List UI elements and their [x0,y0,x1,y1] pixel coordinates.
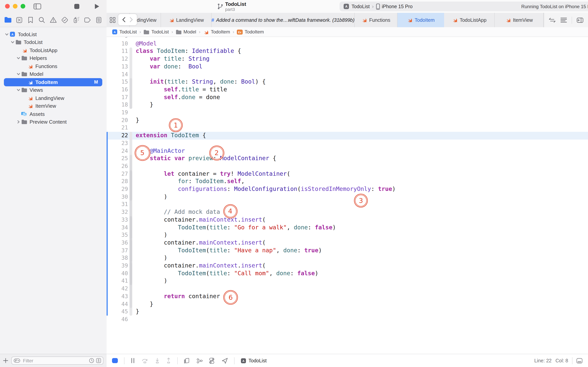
disclosure-closed-icon[interactable] [16,120,21,124]
sidebar-item-functions[interactable]: Functions [0,62,107,70]
code-line-38[interactable]: 38 ) [107,254,588,262]
code-line-24[interactable]: 24 @MainActor [107,147,588,155]
disclosure-open-icon[interactable] [16,88,21,92]
bookmarks-navigator-icon[interactable] [27,16,34,24]
code-line-14[interactable]: 14 [107,71,588,78]
code-line-29[interactable]: 29 configurations: ModelConfiguration(is… [107,185,588,193]
reports-navigator-icon[interactable] [95,16,103,24]
editor-overview-icon[interactable] [110,17,116,23]
code-line-39[interactable]: 39 container.mainContext.insert( [107,262,588,270]
code-line-36[interactable]: 36 container.mainContext.insert( [107,239,588,247]
sidebar-item-itemview[interactable]: ItemView [0,102,107,110]
breadcrumb-item-todolist[interactable]: ATodoList [112,29,137,35]
code-line-34[interactable]: 34 TodoItem(title: "Go for a walk", done… [107,224,588,231]
code-line-15[interactable]: 15 init(title: String, done: Bool) { [107,78,588,86]
code-line-12[interactable]: 12 var title: String [107,55,588,63]
debug-view-hierarchy-button[interactable] [184,358,190,364]
tab-landingview[interactable]: LandingView [161,13,211,27]
code-line-22[interactable]: 22extension TodoItem { [107,132,588,139]
sidebar-item-assets[interactable]: Assets [0,110,107,118]
filter-field[interactable] [11,357,103,365]
project-navigator-navigator-icon[interactable] [4,16,12,24]
code-line-45[interactable]: 45} [107,308,588,316]
breadcrumb-item-todoitem[interactable]: ExTodoItem [237,29,264,35]
tab-itemview[interactable]: ItemView [495,13,544,27]
pause-button[interactable] [131,358,135,364]
simulate-location-button[interactable] [222,358,228,364]
code-line-43[interactable]: 43 return container [107,293,588,300]
step-into-button[interactable] [155,358,160,364]
tab-todolistapp[interactable]: TodoListApp [444,13,495,27]
code-line-37[interactable]: 37 TodoItem(title: "Have a nap", done: t… [107,247,588,254]
editor-bottom-bar-toggle-icon[interactable] [576,358,583,363]
code-line-42[interactable]: 42 [107,285,588,292]
code-line-40[interactable]: 40 TodoItem(title: "Call mom", done: fal… [107,270,588,277]
code-line-19[interactable]: 19 [107,109,588,117]
code-line-17[interactable]: 17 self.done = done [107,93,588,101]
code-line-23[interactable]: 23 [107,140,588,147]
minimize-window-button[interactable] [13,4,17,8]
editor-layout-icon[interactable] [560,17,567,23]
add-editor-icon[interactable] [577,17,583,23]
find-navigator-icon[interactable] [38,16,46,24]
run-button[interactable] [94,3,100,9]
code-line-13[interactable]: 13 var done: Bool [107,63,588,71]
code-line-16[interactable]: 16 self.title = title [107,86,588,93]
breadcrumb-item-todolist[interactable]: TodoList [144,29,169,35]
sidebar-item-todoitem[interactable]: TodoItemM [0,78,107,86]
issues-navigator-icon[interactable] [49,16,57,24]
breadcrumb-item-todoitem[interactable]: TodoItem [203,29,230,35]
code-line-31[interactable]: 31 [107,201,588,209]
add-file-button[interactable] [3,358,8,363]
tests-navigator-icon[interactable] [61,16,69,24]
code-line-35[interactable]: 35 ) [107,231,588,239]
source-editor[interactable]: 910@Model11class TodoItem: Identifiable … [107,37,588,354]
memory-graph-button[interactable] [196,358,203,364]
environment-overrides-button[interactable] [209,358,215,364]
code-line-27[interactable]: 27 let container = try! ModelContainer( [107,170,588,178]
scheme-selector[interactable]: A TodoList › iPhone 15 Pro Running TodoL… [339,1,588,11]
breadcrumb-item-model[interactable]: Model [176,29,196,35]
close-window-button[interactable] [5,4,10,8]
stop-button[interactable] [74,4,79,9]
disclosure-open-icon[interactable] [16,73,21,76]
sidebar-item-model[interactable]: Model [0,70,107,78]
debug-navigator-icon[interactable] [72,16,80,24]
scheme-target[interactable]: TodoList [352,4,370,9]
breakpoints-navigator-icon[interactable] [84,16,91,24]
source-control-navigator-icon[interactable] [15,16,23,24]
code-line-44[interactable]: 44 } [107,300,588,308]
scheme-device[interactable]: iPhone 15 Pro [382,4,412,9]
tab-added-a-command-to-show-[interactable]: #Added a command to show the…wiftData fr… [211,13,355,27]
toggle-sidebar-icon[interactable] [34,3,41,10]
code-line-18[interactable]: 18 } [107,101,588,109]
sidebar-item-todolist[interactable]: ATodoList [0,30,107,38]
disclosure-open-icon[interactable] [10,41,15,44]
sidebar-item-landingview[interactable]: LandingView [0,94,107,102]
code-line-46[interactable]: 46 [107,316,588,323]
code-line-10[interactable]: 10@Model [107,40,588,47]
code-line-11[interactable]: 11class TodoItem: Identifiable { [107,48,588,55]
sidebar-item-helpers[interactable]: Helpers [0,54,107,62]
filter-input[interactable] [22,358,87,364]
code-line-25[interactable]: 25 static var preview: ModelContainer { [107,155,588,162]
code-line-26[interactable]: 26 [107,163,588,170]
step-over-button[interactable] [141,358,149,364]
back-chevron-icon[interactable] [122,17,126,22]
tab-todoitem[interactable]: TodoItem [397,13,444,27]
tab-functions[interactable]: Functions [355,13,397,27]
sidebar-item-todolist[interactable]: TodoList [0,38,107,46]
code-line-9[interactable]: 9 [107,37,588,40]
sidebar-item-todolistapp[interactable]: TodoListApp [0,46,107,54]
code-line-28[interactable]: 28 for: TodoItem.self, [107,178,588,185]
filter-scm-icon[interactable] [96,358,101,363]
sidebar-item-preview-content[interactable]: Preview Content [0,118,107,126]
disclosure-open-icon[interactable] [4,33,9,36]
code-line-30[interactable]: 30 ) [107,193,588,200]
breakpoints-toggle[interactable] [112,358,118,363]
disclosure-open-icon[interactable] [16,57,21,60]
forward-chevron-icon[interactable] [129,17,133,22]
running-app-badge[interactable]: A TodoList [241,358,267,363]
step-out-button[interactable] [166,358,171,364]
recent-files-clock-icon[interactable] [89,358,94,363]
